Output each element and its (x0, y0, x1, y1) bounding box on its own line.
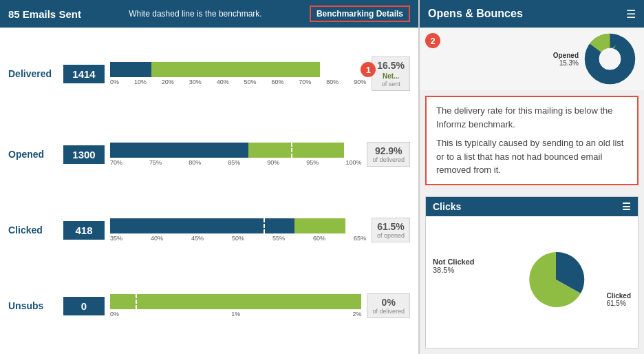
tooltip-line2: This is typically caused by sending to a… (436, 136, 627, 177)
not-clicked-entry: Not Clicked 38.5% (433, 258, 475, 274)
opened-label: Opened (8, 149, 63, 160)
unsubs-bar (110, 294, 361, 309)
clicks-pie-chart (515, 245, 597, 314)
opens-donut-chart (584, 33, 636, 85)
opens-bounces-title: Opens & Bounces (428, 8, 523, 20)
unsubs-bar-area: 0% 1% 2% (110, 294, 361, 317)
clicks-section: Clicks ☰ Not Clicked 38.5% (425, 196, 638, 349)
delivered-badge: 16.5% Net... of sent (372, 56, 410, 91)
opens-circle-badge: 2 (425, 33, 440, 48)
opens-menu-icon[interactable]: ☰ (626, 8, 636, 21)
clicked-value: 418 (63, 221, 105, 240)
opened-value: 1300 (63, 145, 105, 164)
benchmarking-details-button[interactable]: Benchmarking Details (310, 6, 410, 22)
unsubs-badge: 0% of delivered (367, 293, 410, 318)
opened-dashed-line (291, 143, 292, 158)
left-panel: 85 Emails Sent White dashed line is the … (0, 0, 420, 354)
metric-clicked: Clicked 418 35% 40% 45% 50% 55% 60% (8, 218, 410, 247)
clicks-header: Clicks ☰ (426, 197, 638, 216)
delivered-label: Delivered (8, 68, 63, 79)
opened-legend-pct: 15.3% (553, 59, 579, 67)
delivered-bar: 1 (110, 62, 366, 77)
opens-area: 2 Opened 15.3% (420, 28, 644, 90)
clicks-title: Clicks (433, 201, 461, 212)
clicked-label: Clicked (8, 225, 63, 236)
benchmark-text: White dashed line is the benchmark. (129, 9, 261, 19)
clicked-bar-dark (110, 218, 294, 233)
right-panel: Opens & Bounces ☰ 2 Opened 15.3% The del… (420, 0, 644, 354)
opened-bar-dark (110, 143, 248, 158)
unsubs-bar-green (110, 294, 361, 309)
left-content: Delivered 1414 1 0% 10% 20% 30% 40% (0, 28, 418, 354)
clicks-body: Not Clicked 38.5% Clicked 61.5% (426, 216, 638, 344)
clicked-bar-green (294, 218, 345, 233)
clicked-label-text: Clicked (606, 292, 631, 300)
right-header: Opens & Bounces ☰ (420, 0, 644, 28)
clicked-badge: 61.5% of opened (372, 218, 410, 242)
unsubs-dashed-line (136, 294, 137, 309)
opened-bar-area: 70% 75% 80% 85% 90% 95% 100% (110, 143, 361, 166)
unsubs-label: Unsubs (8, 300, 63, 311)
metric-unsubs: Unsubs 0 0% 1% 2% 0% of delivered (8, 293, 410, 322)
opened-bar-green (248, 143, 344, 158)
opened-badge: 92.9% of delivered (367, 142, 410, 167)
delivered-value: 1414 (63, 65, 105, 83)
metric-delivered: Delivered 1414 1 0% 10% 20% 30% 40% (8, 56, 410, 95)
delivered-bar-dark (110, 62, 151, 77)
svg-point-2 (599, 48, 621, 70)
unsubs-value: 0 (63, 297, 105, 315)
clicks-menu-icon[interactable]: ☰ (622, 201, 631, 212)
emails-sent-title: 85 Emails Sent (8, 8, 81, 20)
opens-chart: Opened 15.3% (425, 33, 638, 85)
tooltip-line1: The delivery rate for this mailing is be… (436, 104, 627, 131)
delivered-axis: 0% 10% 20% 30% 40% 50% 60% 70% 80% 90% (110, 79, 366, 85)
clicked-pct-text: 61.5% (606, 300, 631, 307)
opened-axis: 70% 75% 80% 85% 90% 95% 100% (110, 159, 361, 166)
clicked-dashed-line (264, 218, 265, 233)
tooltip-box: The delivery rate for this mailing is be… (425, 96, 638, 185)
opens-legend: Opened 15.3% (553, 52, 579, 67)
clicks-pie-container: Clicked 61.5% (482, 245, 631, 314)
opened-legend-label: Opened (553, 52, 579, 59)
clicked-pie-label: Clicked 61.5% (606, 292, 631, 307)
clicked-axis: 35% 40% 45% 50% 55% 60% 65% (110, 235, 366, 242)
left-header: 85 Emails Sent White dashed line is the … (0, 0, 418, 28)
clicked-bar-area: 35% 40% 45% 50% 55% 60% 65% (110, 218, 366, 242)
delivered-bar-green (151, 62, 321, 77)
clicked-bar (110, 218, 366, 233)
delivered-bar-area: 1 0% 10% 20% 30% 40% 50% 60% 70% 80% 90% (110, 62, 366, 85)
delivered-dashed-line (320, 62, 321, 77)
unsubs-axis: 0% 1% 2% (110, 311, 361, 317)
metric-opened: Opened 1300 70% 75% 80% 85% 90% 95% (8, 142, 410, 171)
clicks-legend: Not Clicked 38.5% (433, 258, 475, 302)
not-clicked-pct: 38.5% (433, 266, 475, 274)
not-clicked-label: Not Clicked (433, 258, 475, 266)
opened-bar (110, 143, 361, 158)
